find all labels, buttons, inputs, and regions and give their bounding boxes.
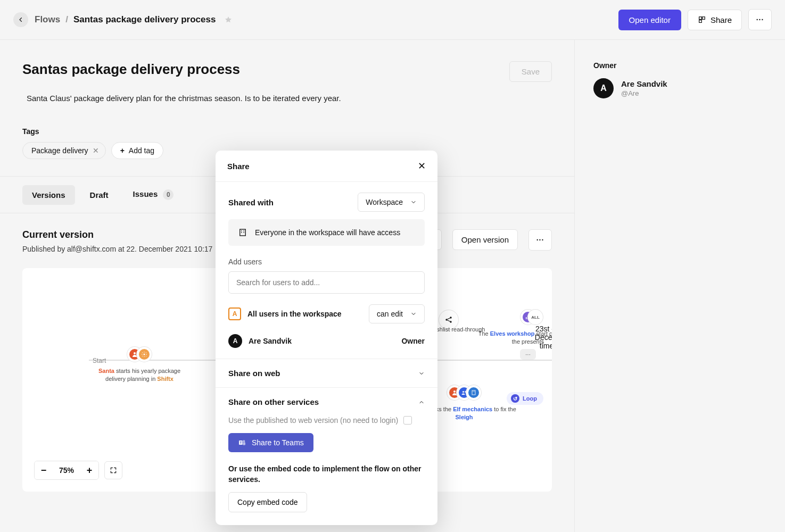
shared-with-label: Shared with — [228, 198, 274, 207]
page-title: Santas package delivery process — [22, 61, 499, 78]
issues-count-badge: 0 — [163, 189, 173, 200]
modal-title: Share — [227, 162, 250, 171]
open-version-button[interactable]: Open version — [452, 229, 518, 250]
loop-icon: ↺ — [511, 394, 519, 403]
svg-point-12 — [453, 390, 456, 393]
flow-node-label: 23st of Decem time — [531, 325, 552, 350]
right-column: Owner A Are Sandvik @Are — [575, 40, 785, 532]
add-tag-label: Add tag — [129, 146, 154, 155]
share-on-web-accordion[interactable]: Share on web — [216, 359, 437, 387]
save-button[interactable]: Save — [509, 61, 552, 82]
share-to-teams-label: Share to Teams — [252, 438, 304, 447]
avatar: A — [593, 78, 614, 98]
chevron-up-icon — [418, 399, 425, 405]
user-row-all: A All users in the workspace can edit — [228, 304, 425, 323]
chevron-left-icon — [18, 16, 24, 23]
tab-issues[interactable]: Issues 0 — [123, 184, 184, 205]
flow-node[interactable]: Santa starts his yearly package delivery… — [92, 347, 187, 383]
svg-rect-8 — [526, 317, 527, 319]
workspace-access-text: Everyone in the workspace will have acce… — [255, 228, 400, 237]
tab-draft[interactable]: Draft — [80, 185, 118, 205]
breadcrumb-root[interactable]: Flows — [35, 14, 60, 25]
svg-rect-17 — [474, 392, 475, 392]
checkbox[interactable] — [403, 416, 412, 425]
svg-point-25 — [243, 440, 245, 442]
tab-issues-label: Issues — [133, 189, 158, 198]
svg-point-4 — [144, 354, 145, 355]
building-icon — [238, 228, 247, 237]
permission-select[interactable]: can edit — [369, 304, 425, 323]
fullscreen-button[interactable] — [104, 461, 122, 479]
loop-label: Loop — [523, 395, 537, 402]
avatar: A — [228, 334, 242, 348]
use-published-label: Use the published to web version (no nee… — [228, 416, 398, 425]
chevron-down-icon — [410, 311, 417, 317]
loop-chip[interactable]: ↺ Loop — [507, 392, 543, 405]
close-icon[interactable]: ✕ — [418, 160, 426, 172]
chevron-down-icon — [418, 370, 425, 377]
tag-chip[interactable]: Package delivery ✕ — [22, 142, 106, 159]
svg-rect-26 — [243, 442, 245, 445]
svg-rect-21 — [241, 232, 242, 233]
use-published-row[interactable]: Use the published to web version (no nee… — [228, 416, 425, 425]
copy-embed-button[interactable]: Copy embed code — [228, 492, 307, 512]
permission-label: can edit — [377, 310, 403, 318]
favorite-star-icon[interactable] — [224, 15, 233, 24]
flow-node-label: Santa starts his yearly package delivery… — [92, 367, 187, 383]
svg-point-3 — [134, 352, 136, 354]
user-search-input[interactable] — [228, 271, 425, 294]
teams-icon: T — [238, 438, 246, 447]
embed-note: Or use the embed code to implement the f… — [228, 464, 425, 485]
share-to-teams-button[interactable]: T Share to Teams — [228, 433, 313, 452]
svg-rect-20 — [244, 230, 245, 231]
back-button[interactable] — [13, 12, 28, 27]
flow-node[interactable]: ALL 23st of Decem time — [531, 310, 552, 350]
zoom-out-button[interactable]: − — [35, 461, 53, 479]
zoom-in-button[interactable]: + — [80, 461, 98, 479]
breadcrumb: Flows / Santas package delivery process — [35, 14, 233, 25]
owner-handle: @Are — [621, 89, 667, 97]
svg-rect-18 — [240, 229, 246, 236]
owner-role-label: Owner — [401, 337, 425, 345]
zoom-controls: − 75% + — [34, 461, 122, 480]
add-users-label: Add users — [228, 257, 425, 266]
svg-rect-0 — [699, 17, 702, 20]
zoom-level: 75% — [53, 462, 80, 479]
share-button[interactable]: Share — [688, 10, 742, 30]
shared-with-section: Shared with Workspace Everyone in the wo… — [216, 182, 437, 359]
more-menu-button[interactable]: ··· — [748, 9, 772, 30]
more-dots-icon[interactable]: ··· — [520, 349, 536, 360]
tag-chip-label: Package delivery — [31, 146, 88, 155]
share-other-body: Use the published to web version (no nee… — [216, 416, 437, 525]
shared-scope-select[interactable]: Workspace — [358, 193, 425, 212]
shared-scope-label: Workspace — [366, 198, 403, 206]
tag-remove-icon[interactable]: ✕ — [93, 146, 99, 155]
owner-name: Are Sandvik — [621, 79, 667, 88]
owner-label: Owner — [593, 61, 766, 70]
workspace-access-note: Everyone in the workspace will have acce… — [228, 219, 425, 246]
topbar: Flows / Santas package delivery process … — [0, 0, 785, 40]
all-badge: ALL — [528, 310, 543, 325]
expand-icon — [110, 467, 117, 474]
svg-rect-19 — [241, 230, 242, 231]
plus-icon: + — [120, 146, 125, 155]
share-icon — [698, 15, 706, 24]
tab-versions[interactable]: Versions — [22, 185, 75, 205]
version-more-button[interactable]: ··· — [528, 229, 552, 251]
user-row-label: Are Sandvik — [249, 337, 292, 345]
svg-text:T: T — [239, 441, 242, 444]
modal-header: Share ✕ — [216, 151, 437, 182]
svg-rect-1 — [703, 17, 705, 20]
owner-row: A Are Sandvik @Are — [593, 78, 766, 98]
user-row-owner: A Are Sandvik Owner — [228, 334, 425, 348]
open-editor-button[interactable]: Open editor — [618, 10, 681, 30]
breadcrumb-sep: / — [65, 14, 68, 25]
add-tag-button[interactable]: + Add tag — [111, 142, 163, 159]
share-modal: Share ✕ Shared with Workspace Everyone i… — [216, 151, 437, 525]
svg-rect-16 — [473, 392, 474, 392]
share-other-accordion[interactable]: Share on other services — [216, 387, 437, 416]
chevron-down-icon — [410, 199, 417, 205]
share-button-label: Share — [710, 15, 732, 24]
user-row-label: All users in the workspace — [247, 310, 342, 318]
breadcrumb-current: Santas package delivery process — [73, 14, 216, 25]
